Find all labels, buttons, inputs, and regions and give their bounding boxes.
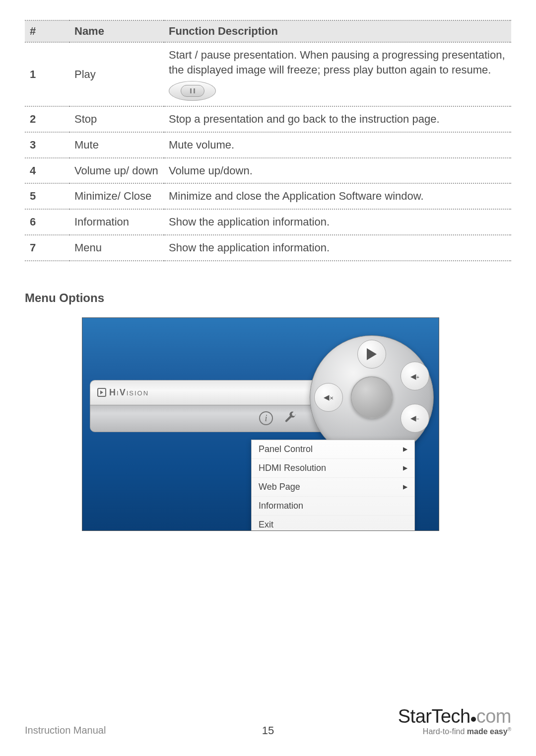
- play-button[interactable]: [357, 340, 386, 369]
- row-desc: Start / pause presentation. When pausing…: [164, 42, 511, 106]
- volume-up-icon: ◀︎+: [410, 373, 419, 380]
- table-row: 3MuteMute volume.: [25, 132, 511, 158]
- menu-item[interactable]: HDMI Resolution▶: [252, 459, 414, 478]
- brand-logo: StarTechcom: [398, 707, 511, 726]
- row-desc: Volume up/down.: [164, 158, 511, 184]
- info-icon[interactable]: i: [259, 411, 273, 425]
- row-desc: Show the application information.: [164, 209, 511, 235]
- menu-item-label: Panel Control: [259, 444, 313, 454]
- row-num: 6: [25, 209, 69, 235]
- submenu-arrow-icon: ▶: [403, 464, 407, 471]
- menu-item[interactable]: Web Page▶: [252, 478, 414, 497]
- row-name: Volume up/ down: [69, 158, 164, 184]
- row-num: 1: [25, 42, 69, 106]
- row-name: Minimize/ Close: [69, 183, 164, 209]
- row-name: Information: [69, 209, 164, 235]
- row-name: Stop: [69, 106, 164, 132]
- row-desc: Show the application information.: [164, 235, 511, 261]
- footer-left-text: Instruction Manual: [25, 725, 106, 736]
- volume-down-icon: ◀︎−: [410, 414, 419, 422]
- mute-icon: ◀︎✕: [324, 393, 334, 401]
- table-row: 2StopStop a presentation and go back to …: [25, 106, 511, 132]
- row-name: Menu: [69, 235, 164, 261]
- logo-ision: ISION: [127, 389, 149, 397]
- menu-item-label: HDMI Resolution: [259, 463, 326, 473]
- brand-dot-icon: [471, 717, 476, 722]
- menu-item-label: Information: [259, 501, 303, 511]
- menu-item[interactable]: Exit: [252, 516, 414, 531]
- mute-button[interactable]: ◀︎✕: [314, 383, 343, 412]
- header-name: Name: [69, 20, 164, 42]
- row-name: Mute: [69, 132, 164, 158]
- row-num: 2: [25, 106, 69, 132]
- wheel-center-button[interactable]: [351, 376, 393, 418]
- context-menu: Panel Control▶HDMI Resolution▶Web Page▶I…: [251, 440, 415, 531]
- page-number: 15: [262, 724, 274, 737]
- logo-h: H: [109, 387, 117, 397]
- table-row: 5Minimize/ CloseMinimize and close the A…: [25, 183, 511, 209]
- table-row: 1PlayStart / pause presentation. When pa…: [25, 42, 511, 106]
- logo-text: HIVISION: [109, 387, 149, 398]
- submenu-arrow-icon: ▶: [403, 483, 407, 490]
- table-header-row: # Name Function Description: [25, 20, 511, 42]
- hivision-logo: HIVISION: [97, 387, 149, 398]
- wrench-svg: [283, 411, 297, 425]
- header-desc: Function Description: [164, 20, 511, 42]
- menu-item-label: Exit: [259, 520, 273, 530]
- menu-item-label: Web Page: [259, 482, 300, 492]
- row-desc: Mute volume.: [164, 132, 511, 158]
- submenu-arrow-icon: ▶: [403, 446, 407, 453]
- brand-name: StarTech: [398, 706, 470, 727]
- brand-suffix: com: [476, 706, 511, 727]
- row-desc: Minimize and close the Application Softw…: [164, 183, 511, 209]
- row-num: 7: [25, 235, 69, 261]
- menu-options-screenshot: HIVISION — ✕ i: [82, 317, 439, 531]
- play-icon: [367, 348, 377, 360]
- tagline-bold: made easy: [467, 727, 508, 736]
- table-body: 1PlayStart / pause presentation. When pa…: [25, 42, 511, 261]
- volume-down-button[interactable]: ◀︎−: [401, 404, 429, 433]
- hivision-logo-icon: [97, 388, 106, 397]
- row-num: 3: [25, 132, 69, 158]
- row-desc: Stop a presentation and go back to the i…: [164, 106, 511, 132]
- registered-mark: ®: [508, 727, 511, 732]
- row-num: 5: [25, 183, 69, 209]
- table-row: 4Volume up/ downVolume up/down.: [25, 158, 511, 184]
- table-row: 6InformationShow the application informa…: [25, 209, 511, 235]
- pause-icon: [181, 85, 204, 97]
- section-heading: Menu Options: [25, 291, 511, 305]
- page-footer: Instruction Manual 15 StarTechcom Hard-t…: [25, 707, 511, 736]
- page-content: # Name Function Description 1PlayStart /…: [0, 0, 536, 531]
- brand-block: StarTechcom Hard-to-find made easy®: [398, 707, 511, 736]
- function-table: # Name Function Description 1PlayStart /…: [25, 20, 511, 261]
- menu-item[interactable]: Information: [252, 497, 414, 516]
- tagline-plain: Hard-to-find: [423, 727, 467, 736]
- volume-up-button[interactable]: ◀︎+: [401, 362, 429, 390]
- row-num: 4: [25, 158, 69, 184]
- table-row: 7MenuShow the application information.: [25, 235, 511, 261]
- row-name: Play: [69, 42, 164, 106]
- brand-tagline: Hard-to-find made easy®: [398, 727, 511, 736]
- header-num: #: [25, 20, 69, 42]
- logo-v: V: [120, 387, 127, 397]
- pause-button-graphic: [169, 81, 216, 101]
- wrench-icon[interactable]: [283, 411, 298, 426]
- menu-item[interactable]: Panel Control▶: [252, 440, 414, 459]
